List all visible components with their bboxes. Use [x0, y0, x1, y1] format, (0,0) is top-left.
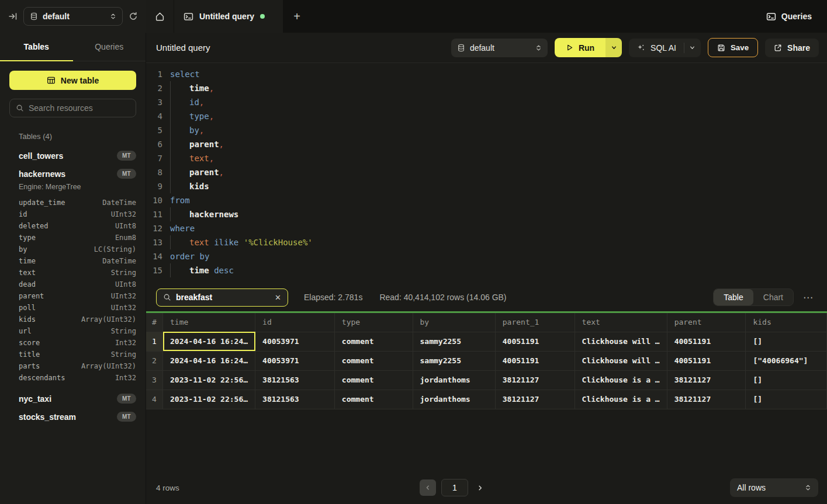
query-database-selector[interactable]: default: [451, 39, 548, 57]
sidebar-tab-tables[interactable]: Tables: [0, 33, 73, 61]
row-number-cell[interactable]: 3: [146, 370, 163, 390]
data-cell[interactable]: 38121127: [667, 370, 746, 390]
data-cell[interactable]: 38121563: [255, 370, 335, 390]
table-list-item[interactable]: hackernewsMT: [9, 165, 136, 183]
data-cell[interactable]: comment: [334, 370, 413, 390]
code-line[interactable]: 11hackernews: [146, 207, 827, 221]
code-line[interactable]: 4type,: [146, 109, 827, 123]
data-cell[interactable]: Clickhouse will …: [575, 332, 667, 351]
column-row: partsArray(UInt32): [9, 360, 136, 372]
data-cell[interactable]: sammy2255: [413, 351, 495, 370]
column-header[interactable]: by: [413, 313, 495, 332]
save-button[interactable]: Save: [708, 38, 758, 57]
table-list-item[interactable]: cell_towersMT: [9, 147, 136, 165]
row-number-cell[interactable]: 1: [146, 332, 163, 351]
data-cell[interactable]: 2023-11-02 22:56…: [163, 390, 255, 409]
new-table-button[interactable]: New table: [9, 71, 136, 90]
run-options-button[interactable]: [605, 38, 622, 57]
code-line[interactable]: 3id,: [146, 95, 827, 109]
data-cell[interactable]: comment: [334, 351, 413, 370]
tab-untitled-query[interactable]: Untitled query: [174, 0, 283, 33]
data-cell[interactable]: Clickhouse is a …: [575, 390, 667, 409]
resource-search-input[interactable]: [29, 103, 130, 113]
data-cell[interactable]: 38121127: [495, 370, 575, 390]
data-cell[interactable]: jordanthoms: [413, 390, 495, 409]
data-cell[interactable]: []: [746, 390, 827, 409]
data-cell[interactable]: 40051191: [495, 351, 575, 370]
code-line[interactable]: 1select: [146, 67, 827, 81]
column-header[interactable]: #: [146, 313, 163, 332]
data-cell[interactable]: 40051191: [667, 332, 746, 351]
column-header[interactable]: kids: [746, 313, 827, 332]
next-page-button[interactable]: [477, 485, 483, 491]
previous-page-button[interactable]: [420, 479, 436, 496]
data-cell[interactable]: 2024-04-16 16:24…: [163, 351, 255, 370]
data-cell[interactable]: comment: [334, 332, 413, 351]
row-number-cell[interactable]: 4: [146, 390, 163, 409]
database-selector[interactable]: default: [23, 7, 123, 26]
column-header[interactable]: parent_1: [495, 313, 575, 332]
data-cell[interactable]: 2024-04-16 16:24…: [163, 332, 255, 351]
clear-search-icon[interactable]: ✕: [275, 293, 281, 302]
column-header[interactable]: text: [575, 313, 667, 332]
column-header[interactable]: type: [334, 313, 413, 332]
data-cell[interactable]: jordanthoms: [413, 370, 495, 390]
column-type: String: [111, 269, 136, 277]
code-line[interactable]: 6parent,: [146, 137, 827, 151]
data-cell[interactable]: 40051191: [667, 351, 746, 370]
code-line[interactable]: 7text,: [146, 151, 827, 165]
sql-editor[interactable]: 1select2time,3id,4type,5by,6parent,7text…: [146, 63, 827, 283]
data-cell[interactable]: 40053971: [255, 332, 335, 351]
data-cell[interactable]: 38121127: [667, 390, 746, 409]
indent-guide: [170, 95, 189, 109]
code-token: id: [189, 98, 199, 107]
data-cell[interactable]: []: [746, 332, 827, 351]
code-line[interactable]: 8parent,: [146, 165, 827, 179]
column-header[interactable]: time: [163, 313, 255, 332]
current-page-button[interactable]: 1: [441, 479, 468, 496]
more-options-icon[interactable]: ⋯: [801, 291, 816, 304]
new-tab-button[interactable]: +: [283, 0, 311, 33]
share-button[interactable]: Share: [765, 39, 819, 57]
table-list-item[interactable]: stocks_streamMT: [9, 408, 136, 426]
data-cell[interactable]: 38121563: [255, 390, 335, 409]
data-cell[interactable]: 38121127: [495, 390, 575, 409]
data-cell[interactable]: 40053971: [255, 351, 335, 370]
column-name: title: [19, 350, 40, 359]
code-line[interactable]: 12where: [146, 221, 827, 235]
code-line[interactable]: 15time desc: [146, 263, 827, 277]
results-search-input[interactable]: [176, 293, 270, 302]
queries-button[interactable]: Queries: [766, 12, 812, 22]
data-cell[interactable]: ["40066964"]: [746, 351, 827, 370]
code-line[interactable]: 2time,: [146, 81, 827, 95]
results-footer: 4 rows 1 All rows: [146, 471, 827, 504]
code-line[interactable]: 10from: [146, 193, 827, 207]
code-line[interactable]: 13text ilike '%ClickHouse%': [146, 235, 827, 249]
data-cell[interactable]: sammy2255: [413, 332, 495, 351]
view-toggle-chart[interactable]: Chart: [753, 289, 793, 305]
home-tab[interactable]: [146, 0, 174, 33]
data-cell[interactable]: Clickhouse will …: [575, 351, 667, 370]
page-size-selector[interactable]: All rows: [730, 478, 818, 497]
code-token: desc: [214, 266, 234, 275]
sql-ai-options-button[interactable]: [684, 44, 701, 51]
sql-ai-button[interactable]: SQL AI: [629, 43, 684, 53]
data-cell[interactable]: Clickhouse is a …: [575, 370, 667, 390]
data-cell[interactable]: comment: [334, 390, 413, 409]
column-header[interactable]: parent: [667, 313, 746, 332]
collapse-sidebar-icon[interactable]: [8, 12, 18, 21]
data-cell[interactable]: 40051191: [495, 332, 575, 351]
row-number-cell[interactable]: 2: [146, 351, 163, 370]
refresh-icon[interactable]: [129, 12, 138, 21]
view-toggle-table[interactable]: Table: [714, 289, 753, 305]
data-cell[interactable]: 2023-11-02 22:56…: [163, 370, 255, 390]
code-line[interactable]: 9kids: [146, 179, 827, 193]
table-list-item[interactable]: nyc_taxiMT: [9, 390, 136, 408]
resource-search: [9, 99, 136, 117]
data-cell[interactable]: []: [746, 370, 827, 390]
code-line[interactable]: 5by,: [146, 123, 827, 137]
run-button[interactable]: Run: [555, 38, 605, 57]
code-line[interactable]: 14order by: [146, 249, 827, 263]
column-header[interactable]: id: [255, 313, 335, 332]
sidebar-tab-queries[interactable]: Queries: [73, 33, 146, 61]
